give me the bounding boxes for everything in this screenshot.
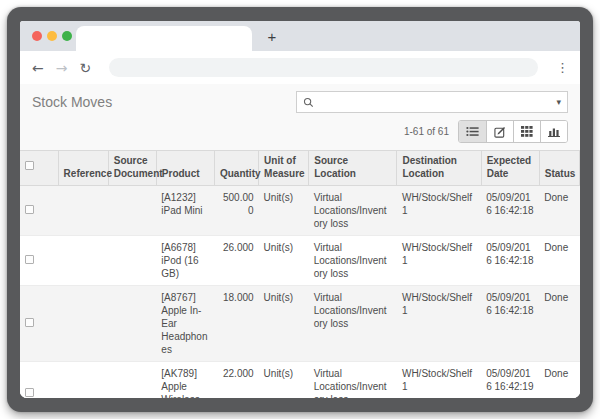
column-header-unit-of-measure[interactable]: Unit of Measure: [259, 151, 309, 186]
column-header-product[interactable]: Product: [156, 151, 214, 186]
graph-view-button[interactable]: [540, 121, 567, 142]
cell-expected-date: 05/09/2016 16:42:18: [481, 236, 539, 286]
cell-unit-of-measure: Unit(s): [259, 286, 309, 362]
search-input[interactable]: [319, 95, 551, 109]
minimize-window-icon[interactable]: [47, 31, 57, 41]
cell-expected-date: 05/09/2016 16:42:19: [481, 362, 539, 399]
column-header-quantity[interactable]: Quantity: [214, 151, 258, 186]
browser-window: + ← → ↻ ⋮ Stock Moves ▾: [7, 7, 593, 412]
table-row[interactable]: [A6678] iPod (16 GB) 26.000 Unit(s) Virt…: [20, 236, 580, 286]
cell-source-document: [108, 236, 156, 286]
browser-menu-icon[interactable]: ⋮: [556, 60, 568, 75]
list-view-icon: [466, 126, 479, 137]
cell-quantity: 500.000: [214, 186, 258, 236]
form-view-pencil-icon: [494, 126, 506, 138]
cell-destination-location: WH/Stock/Shelf 1: [397, 186, 481, 236]
row-checkbox[interactable]: [25, 388, 34, 397]
cell-quantity: 18.000: [214, 286, 258, 362]
table-row[interactable]: [A8767] Apple In-Ear Headphones 18.000 U…: [20, 286, 580, 362]
graph-view-bar-chart-icon: [548, 126, 560, 137]
cell-status: Done: [539, 186, 579, 236]
select-all-checkbox[interactable]: [25, 161, 34, 170]
row-checkbox[interactable]: [25, 205, 34, 214]
grid-view-icon: [521, 126, 533, 137]
column-header-source-location[interactable]: Source Location: [309, 151, 397, 186]
form-view-button[interactable]: [486, 121, 513, 142]
cell-quantity: 22.000: [214, 362, 258, 399]
reload-icon[interactable]: ↻: [79, 61, 91, 75]
column-header-source-document[interactable]: Source Document: [108, 151, 156, 186]
row-checkbox[interactable]: [25, 255, 34, 264]
address-bar[interactable]: [109, 58, 538, 77]
table-row[interactable]: [A1232] iPad Mini 500.000 Unit(s) Virtua…: [20, 186, 580, 236]
pager-label: 1-61 of 61: [404, 126, 449, 137]
page-title: Stock Moves: [32, 94, 112, 110]
control-panel: Stock Moves ▾ 1-61 of 61: [20, 84, 580, 150]
back-icon[interactable]: ←: [32, 61, 44, 75]
search-box: ▾: [296, 91, 568, 113]
cell-reference: [58, 286, 108, 362]
cell-source-location: Virtual Locations/Inventory loss: [309, 362, 397, 399]
row-checkbox[interactable]: [25, 318, 34, 327]
cell-expected-date: 05/09/2016 16:42:18: [481, 186, 539, 236]
cell-product: [A1232] iPad Mini: [156, 186, 214, 236]
table-header-row: Reference Source Document Product Quanti…: [20, 151, 580, 186]
cell-reference: [58, 362, 108, 399]
close-window-icon[interactable]: [32, 31, 42, 41]
list-view-button[interactable]: [459, 121, 486, 142]
column-header-reference[interactable]: Reference: [58, 151, 108, 186]
table-row[interactable]: [AK789] Apple Wireless Keyboard 22.000 U…: [20, 362, 580, 399]
view-switcher: [458, 120, 568, 143]
cell-destination-location: WH/Stock/Shelf 1: [397, 286, 481, 362]
browser-tab[interactable]: [76, 26, 252, 51]
app-content: Stock Moves ▾ 1-61 of 61: [20, 84, 580, 398]
cell-status: Done: [539, 286, 579, 362]
maximize-window-icon[interactable]: [62, 31, 72, 41]
search-icon: [303, 97, 314, 108]
column-header-expected-date[interactable]: Expected Date: [481, 151, 539, 186]
cell-unit-of-measure: Unit(s): [259, 186, 309, 236]
cell-unit-of-measure: Unit(s): [259, 236, 309, 286]
cell-quantity: 26.000: [214, 236, 258, 286]
cell-product: [AK789] Apple Wireless Keyboard: [156, 362, 214, 399]
stock-moves-table: Reference Source Document Product Quanti…: [20, 150, 580, 398]
column-header-status[interactable]: Status: [539, 151, 579, 186]
new-tab-button[interactable]: +: [260, 24, 284, 48]
search-filter-caret-icon[interactable]: ▾: [556, 97, 561, 107]
cell-product: [A6678] iPod (16 GB): [156, 236, 214, 286]
column-header-destination-location[interactable]: Destination Location: [397, 151, 481, 186]
cell-status: Done: [539, 362, 579, 399]
cell-product: [A8767] Apple In-Ear Headphones: [156, 286, 214, 362]
cell-source-location: Virtual Locations/Inventory loss: [309, 236, 397, 286]
cell-source-location: Virtual Locations/Inventory loss: [309, 286, 397, 362]
cell-source-location: Virtual Locations/Inventory loss: [309, 186, 397, 236]
cell-expected-date: 05/09/2016 16:42:18: [481, 286, 539, 362]
cell-reference: [58, 186, 108, 236]
cell-status: Done: [539, 236, 579, 286]
cell-source-document: [108, 286, 156, 362]
browser-toolbar: ← → ↻ ⋮: [20, 51, 580, 84]
forward-icon: →: [56, 61, 68, 75]
browser-viewport: + ← → ↻ ⋮ Stock Moves ▾: [20, 21, 580, 398]
cell-unit-of-measure: Unit(s): [259, 362, 309, 399]
tab-bar: +: [20, 21, 580, 51]
cell-source-document: [108, 186, 156, 236]
cell-destination-location: WH/Stock/Shelf 1: [397, 236, 481, 286]
cell-source-document: [108, 362, 156, 399]
cell-destination-location: WH/Stock/Shelf 1: [397, 362, 481, 399]
cell-reference: [58, 236, 108, 286]
grid-view-button[interactable]: [513, 121, 540, 142]
window-controls: [32, 31, 72, 41]
